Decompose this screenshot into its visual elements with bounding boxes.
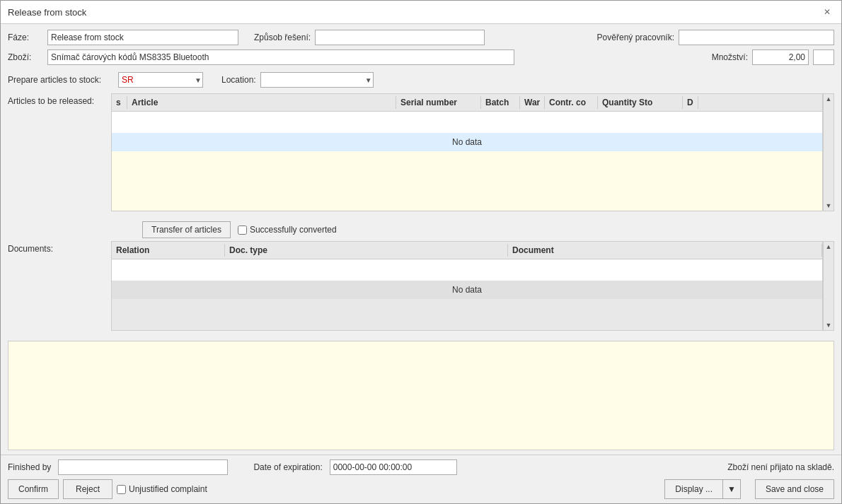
documents-label: Documents: <box>8 241 107 254</box>
zpusob-label: Způsob řešení: <box>254 33 311 42</box>
bottom-bar: Finished by Date of expiration: Zboží ne… <box>1 455 841 503</box>
expiration-label: Date of expiration: <box>253 462 322 472</box>
documents-grid-body: No data <box>112 281 822 330</box>
display-dropdown-button[interactable]: ▼ <box>722 479 741 499</box>
documents-grid-area: Relation Doc. type Document No data ▲ ▼ <box>111 241 834 331</box>
faze-label: Fáze: <box>8 33 43 42</box>
articles-no-data: No data <box>112 133 822 151</box>
unjustified-label: Unjustified complaint <box>129 484 207 494</box>
bottom-fields: Finished by Date of expiration: Zboží ne… <box>8 459 834 475</box>
confirm-button[interactable]: Confirm <box>8 479 59 499</box>
window-title: Release from stock <box>8 7 86 18</box>
display-btn-group: Display ... ▼ <box>664 479 741 499</box>
articles-grid: s Article Serial number Batch War Contr.… <box>111 93 823 211</box>
scroll-up-icon[interactable]: ▲ <box>824 94 834 104</box>
col-d: D <box>683 96 698 109</box>
articles-label: Articles to be released: <box>8 93 107 106</box>
articles-grid-area: s Article Serial number Batch War Contr.… <box>111 93 834 211</box>
prepare-label: Prepare articles to stock: <box>8 75 114 85</box>
converted-checkbox[interactable] <box>238 225 247 235</box>
povereny-label: Pověřený pracovník: <box>597 33 674 42</box>
title-bar: Release from stock ✕ <box>1 1 841 24</box>
converted-checkbox-label: Successfully converted <box>238 225 337 235</box>
col-quantity: Quantity Sto <box>598 96 683 109</box>
converted-label: Successfully converted <box>250 225 337 235</box>
expiration-input[interactable] <box>330 459 457 475</box>
notes-area[interactable] <box>8 341 834 450</box>
scroll-down-icon[interactable]: ▼ <box>824 201 834 211</box>
bottom-actions: Confirm Reject Unjustified complaint Dis… <box>8 479 834 499</box>
articles-section: Articles to be released: s Article Seria… <box>1 93 841 214</box>
prepare-area: Prepare articles to stock: SR ▼ Location… <box>1 72 841 93</box>
col-war: War <box>520 96 545 109</box>
doc-scroll-down-icon[interactable]: ▼ <box>824 320 834 330</box>
sr-select-wrapper: SR ▼ <box>118 72 203 88</box>
close-icon: ✕ <box>824 7 831 17</box>
col-batch: Batch <box>481 96 520 109</box>
reject-button[interactable]: Reject <box>63 479 113 499</box>
location-select-wrapper: ▼ <box>260 72 374 88</box>
main-window: Release from stock ✕ Fáze: Způsob řešení… <box>0 0 842 504</box>
prepare-row: Prepare articles to stock: SR ▼ Location… <box>8 72 834 88</box>
col-relation: Relation <box>112 244 225 257</box>
zbozi-label: Zboží: <box>8 52 43 62</box>
col-article: Article <box>127 96 396 109</box>
display-button[interactable]: Display ... <box>664 479 722 499</box>
finished-input[interactable] <box>58 459 228 475</box>
location-label: Location: <box>221 75 256 85</box>
toolbar-row: Transfer of articles Successfully conver… <box>142 221 841 238</box>
zpusob-input[interactable] <box>315 30 485 45</box>
documents-scrollbar[interactable]: ▲ ▼ <box>823 241 834 331</box>
documents-no-data: No data <box>112 281 822 299</box>
close-button[interactable]: ✕ <box>820 5 834 19</box>
col-document: Document <box>508 244 822 257</box>
articles-grid-body: No data <box>112 133 822 211</box>
faze-row: Fáze: Způsob řešení: Pověřený pracovník: <box>8 30 834 45</box>
povereny-input[interactable] <box>679 30 834 45</box>
display-arrow-icon: ▼ <box>727 484 736 494</box>
transfer-button[interactable]: Transfer of articles <box>142 221 231 238</box>
sr-select[interactable]: SR <box>118 72 203 88</box>
mnozstvi-extra-input[interactable] <box>813 49 834 65</box>
documents-grid-container: Relation Doc. type Document No data ▲ ▼ <box>111 241 834 331</box>
form-area: Fáze: Způsob řešení: Pověřený pracovník:… <box>1 24 841 72</box>
col-doc-type: Doc. type <box>225 244 508 257</box>
location-select[interactable] <box>260 72 374 88</box>
unjustified-checkbox-label: Unjustified complaint <box>117 484 207 494</box>
save-close-button[interactable]: Save and close <box>755 479 834 499</box>
col-serial: Serial number <box>396 96 481 109</box>
documents-section: Documents: Relation Doc. type Document N… <box>1 241 841 334</box>
zbozi-row: Zboží: Množství: <box>8 49 834 65</box>
articles-grid-header: s Article Serial number Batch War Contr.… <box>112 94 822 112</box>
documents-grid-header: Relation Doc. type Document <box>112 242 822 259</box>
zbozi-input[interactable] <box>47 49 514 65</box>
mnozstvi-label: Množství: <box>712 52 748 62</box>
documents-grid: Relation Doc. type Document No data <box>111 241 823 331</box>
doc-scroll-up-icon[interactable]: ▲ <box>824 242 834 252</box>
faze-input[interactable] <box>47 30 238 45</box>
status-text: Zboží není přijato na skladě. <box>727 462 834 472</box>
articles-scrollbar[interactable]: ▲ ▼ <box>823 93 834 211</box>
articles-grid-container: s Article Serial number Batch War Contr.… <box>111 93 834 211</box>
finished-label: Finished by <box>8 462 51 472</box>
mnozstvi-input[interactable] <box>752 49 809 65</box>
col-contr: Contr. co <box>545 96 598 109</box>
col-s: s <box>112 96 127 109</box>
unjustified-checkbox[interactable] <box>117 485 126 494</box>
